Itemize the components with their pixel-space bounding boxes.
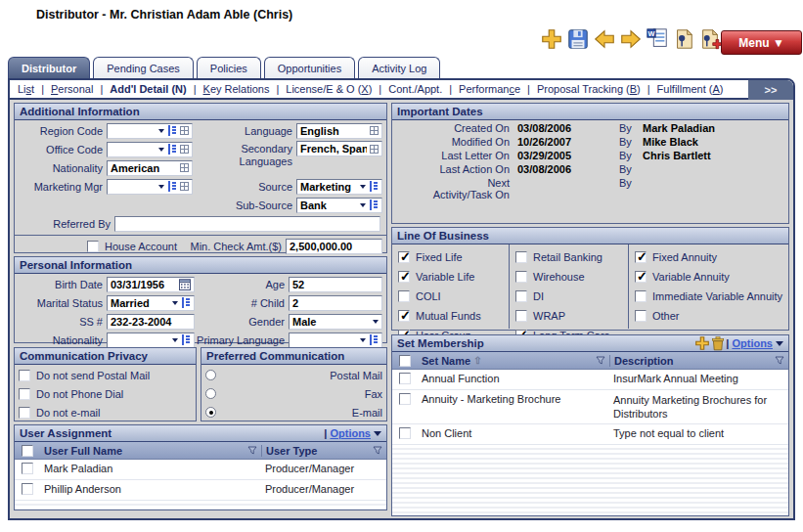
- row-checkbox[interactable]: [22, 463, 33, 474]
- num-child-field[interactable]: 2: [289, 295, 382, 311]
- hierarchy-lookup-icon[interactable]: [369, 334, 379, 345]
- tab-activity-log[interactable]: Activity Log: [358, 57, 440, 78]
- retail-banking-checkbox[interactable]: [515, 251, 527, 263]
- hierarchy-lookup-icon[interactable]: [369, 181, 379, 192]
- table-row[interactable]: Mark Paladian Producer/Manager: [15, 460, 386, 480]
- secondary-languages-field[interactable]: French, Span: [296, 141, 382, 156]
- fixed-annuity-checkbox[interactable]: [635, 251, 647, 263]
- tab-distributor[interactable]: Distributor: [8, 57, 90, 78]
- mutual-funds-checkbox[interactable]: [398, 310, 410, 322]
- table-row[interactable]: Non Client Type not equal to client: [392, 424, 788, 445]
- grid-lookup-icon[interactable]: [180, 182, 189, 191]
- office-code-field[interactable]: [107, 142, 193, 157]
- immediate-variable-annuity-checkbox[interactable]: [635, 290, 647, 302]
- options-arrow-icon[interactable]: [776, 341, 783, 350]
- calendar-icon[interactable]: [179, 279, 191, 290]
- coli-checkbox[interactable]: [398, 290, 410, 302]
- dropdown-arrow-icon[interactable]: [158, 129, 164, 136]
- options-link[interactable]: Options: [732, 337, 773, 349]
- delete-set-button[interactable]: [710, 336, 726, 351]
- min-check-amt-field[interactable]: 2,500,000.00: [286, 239, 382, 254]
- select-all-checkbox[interactable]: [399, 355, 411, 367]
- add-button[interactable]: [539, 28, 564, 54]
- hierarchy-lookup-icon[interactable]: [167, 181, 177, 192]
- birth-date-field[interactable]: 03/31/1956: [107, 277, 195, 292]
- row-checkbox[interactable]: [399, 373, 411, 384]
- marketing-mgr-field[interactable]: [107, 179, 193, 195]
- nav-cont-appt[interactable]: Cont./Appt.: [372, 83, 442, 95]
- grid-lookup-icon[interactable]: [180, 145, 189, 154]
- primary-language-field[interactable]: [289, 332, 382, 348]
- marital-status-field[interactable]: Married: [107, 295, 195, 311]
- dropdown-arrow-icon[interactable]: [158, 148, 164, 155]
- hierarchy-lookup-icon[interactable]: [181, 334, 191, 345]
- dropdown-arrow-icon[interactable]: [172, 301, 178, 308]
- region-code-field[interactable]: [107, 123, 193, 139]
- sub-source-field[interactable]: Bank: [296, 198, 382, 213]
- dropdown-arrow-icon[interactable]: [373, 320, 379, 327]
- grid-lookup-icon[interactable]: [180, 126, 189, 135]
- nav-addl-detail[interactable]: Add'l Detail (N): [93, 83, 186, 95]
- dropdown-arrow-icon[interactable]: [360, 203, 366, 210]
- ss-number-field[interactable]: 232-23-2004: [107, 314, 195, 330]
- house-account-checkbox[interactable]: [87, 241, 99, 252]
- dropdown-arrow-icon[interactable]: [360, 185, 366, 192]
- filter-icon[interactable]: [373, 446, 382, 455]
- variable-annuity-checkbox[interactable]: [635, 271, 647, 283]
- table-row[interactable]: Phillip Anderson Producer/Manager: [15, 480, 386, 501]
- fixed-life-checkbox[interactable]: [398, 251, 410, 263]
- nav-more-button[interactable]: >>: [748, 80, 793, 100]
- forward-button[interactable]: [618, 28, 644, 54]
- nav-license-eo[interactable]: License/E & O (X): [269, 83, 372, 95]
- menu-button[interactable]: Menu ▼: [721, 30, 802, 55]
- note-button[interactable]: [671, 28, 696, 54]
- source-field[interactable]: Marketing: [296, 179, 382, 195]
- filter-icon[interactable]: [775, 356, 784, 365]
- fax-radio[interactable]: [205, 388, 216, 399]
- options-link[interactable]: Options: [330, 427, 371, 439]
- referred-by-field[interactable]: [114, 216, 380, 232]
- row-checkbox[interactable]: [22, 483, 33, 495]
- wrap-checkbox[interactable]: [515, 310, 527, 322]
- nationality-field[interactable]: American: [107, 160, 193, 176]
- tab-policies[interactable]: Policies: [197, 57, 261, 78]
- no-email-checkbox[interactable]: [19, 407, 30, 419]
- filter-icon[interactable]: [247, 446, 257, 455]
- nav-fulfillment[interactable]: Fulfillment (A): [641, 83, 724, 95]
- hierarchy-lookup-icon[interactable]: [181, 297, 191, 308]
- nav-list[interactable]: List: [18, 83, 34, 95]
- dropdown-arrow-icon[interactable]: [360, 338, 366, 345]
- table-row[interactable]: Annuity - Marketing Brochure Annuity Mar…: [392, 390, 788, 424]
- back-button[interactable]: [592, 28, 617, 54]
- hierarchy-lookup-icon[interactable]: [369, 200, 379, 210]
- gender-field[interactable]: Male: [289, 314, 382, 330]
- sort-asc-icon[interactable]: ⇧: [473, 355, 481, 366]
- age-field[interactable]: 52: [289, 277, 382, 292]
- add-set-button[interactable]: [694, 336, 710, 351]
- nav-proposal-tracking[interactable]: Proposal Tracking (B): [520, 83, 641, 95]
- nav-personal[interactable]: Personal: [34, 83, 93, 95]
- dropdown-arrow-icon[interactable]: [158, 185, 164, 192]
- di-checkbox[interactable]: [515, 290, 527, 302]
- table-row[interactable]: Annual Function InsurMark Annual Meeting: [392, 370, 788, 390]
- tab-opportunities[interactable]: Opportunities: [264, 57, 355, 78]
- variable-life-checkbox[interactable]: [398, 271, 410, 283]
- word-merge-button[interactable]: W: [645, 28, 670, 54]
- dropdown-arrow-icon[interactable]: [172, 338, 178, 345]
- add-note-button[interactable]: [697, 28, 723, 54]
- email-radio[interactable]: [205, 407, 216, 418]
- wirehouse-checkbox[interactable]: [515, 271, 527, 283]
- language-field[interactable]: English: [296, 123, 382, 139]
- hierarchy-lookup-icon[interactable]: [167, 144, 177, 155]
- row-checkbox[interactable]: [399, 427, 411, 439]
- grid-lookup-icon[interactable]: [370, 126, 379, 135]
- no-postal-mail-checkbox[interactable]: [19, 370, 30, 381]
- options-arrow-icon[interactable]: [374, 431, 381, 440]
- save-button[interactable]: [565, 28, 591, 54]
- nav-performance[interactable]: Performance: [442, 83, 520, 95]
- tab-pending-cases[interactable]: Pending Cases: [93, 57, 194, 78]
- postal-mail-radio[interactable]: [205, 370, 216, 380]
- no-phone-dial-checkbox[interactable]: [19, 388, 30, 400]
- personal-nationality-field[interactable]: [107, 332, 195, 348]
- filter-icon[interactable]: [596, 356, 605, 365]
